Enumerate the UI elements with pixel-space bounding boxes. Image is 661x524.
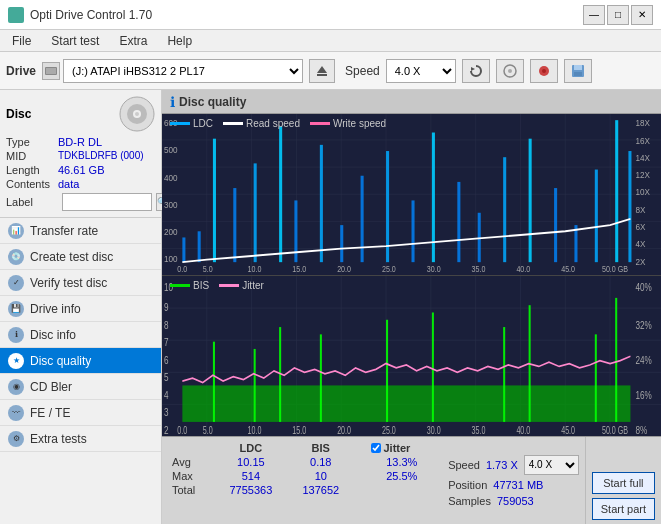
legend-ldc-label: LDC bbox=[193, 118, 213, 129]
record-button[interactable] bbox=[530, 59, 558, 83]
legend-read-speed-label: Read speed bbox=[246, 118, 300, 129]
svg-rect-49 bbox=[213, 139, 216, 262]
disc-type-row: Type BD-R DL bbox=[6, 136, 155, 148]
jitter-checkbox[interactable] bbox=[371, 443, 381, 453]
sidebar-item-disc-info[interactable]: ℹ Disc info bbox=[0, 322, 161, 348]
svg-text:40%: 40% bbox=[636, 280, 652, 293]
avg-jitter: 13.3% bbox=[367, 455, 436, 469]
minimize-button[interactable]: — bbox=[583, 5, 605, 25]
main-content: Disc Type BD-R DL MID TDKBLDRFB (000) Le… bbox=[0, 90, 661, 524]
svg-rect-64 bbox=[554, 188, 557, 262]
stats-panel: LDC BIS Jitter Avg 10.15 0.18 13.3% bbox=[162, 436, 661, 524]
jitter-header: Jitter bbox=[367, 441, 436, 455]
nav-label-fe-te: FE / TE bbox=[30, 406, 70, 420]
nav-label-transfer-rate: Transfer rate bbox=[30, 224, 98, 238]
speed-label: Speed bbox=[448, 459, 480, 471]
speed-select[interactable]: 4.0 X1.0 X2.0 X8.0 X bbox=[524, 455, 579, 475]
svg-text:45.0: 45.0 bbox=[561, 264, 575, 274]
svg-text:50.0 GB: 50.0 GB bbox=[602, 264, 628, 274]
svg-rect-67 bbox=[615, 120, 618, 262]
sidebar-item-cd-bler[interactable]: ◉ CD Bler bbox=[0, 374, 161, 400]
save-button[interactable] bbox=[564, 59, 592, 83]
sidebar-item-disc-quality[interactable]: ★ Disc quality bbox=[0, 348, 161, 374]
eject-button[interactable] bbox=[309, 59, 335, 83]
disc-contents-value: data bbox=[58, 178, 79, 190]
sidebar-item-drive-info[interactable]: 💾 Drive info bbox=[0, 296, 161, 322]
start-part-button[interactable]: Start part bbox=[592, 498, 655, 520]
legend-ldc: LDC bbox=[170, 118, 213, 129]
total-bis: 137652 bbox=[288, 483, 353, 497]
top-legend: LDC Read speed Write speed bbox=[162, 116, 394, 131]
top-chart-svg: 600 500 400 300 200 100 18X 16X 14X 12X … bbox=[162, 114, 661, 275]
svg-rect-11 bbox=[574, 72, 582, 76]
bottom-chart: BIS Jitter bbox=[162, 276, 661, 437]
legend-write-speed: Write speed bbox=[310, 118, 386, 129]
maximize-button[interactable]: □ bbox=[607, 5, 629, 25]
svg-rect-66 bbox=[595, 170, 598, 263]
close-button[interactable]: ✕ bbox=[631, 5, 653, 25]
disc-mid-value: TDKBLDRFB (000) bbox=[58, 150, 144, 161]
svg-point-8 bbox=[542, 69, 546, 73]
position-value: 47731 MB bbox=[493, 479, 543, 491]
start-buttons-section: Start full Start part bbox=[585, 437, 661, 524]
menu-start-test[interactable]: Start test bbox=[43, 32, 107, 50]
max-label: Max bbox=[168, 469, 214, 483]
start-full-button[interactable]: Start full bbox=[592, 472, 655, 494]
sidebar-item-fe-te[interactable]: 〰 FE / TE bbox=[0, 400, 161, 426]
svg-rect-109 bbox=[182, 385, 630, 421]
svg-point-6 bbox=[508, 69, 512, 73]
sidebar-item-extra-tests[interactable]: ⚙ Extra tests bbox=[0, 426, 161, 452]
svg-text:6: 6 bbox=[164, 353, 169, 366]
fe-te-icon: 〰 bbox=[8, 405, 24, 421]
svg-text:20.0: 20.0 bbox=[337, 424, 351, 436]
svg-rect-115 bbox=[432, 312, 434, 421]
bottom-chart-svg: 10 9 8 7 6 5 4 3 2 40% 32% 24% 16% 8% bbox=[162, 276, 661, 437]
title-left: Opti Drive Control 1.70 bbox=[8, 7, 152, 23]
menu-file[interactable]: File bbox=[4, 32, 39, 50]
disc-label-label: Label bbox=[6, 196, 58, 208]
svg-rect-47 bbox=[182, 237, 185, 262]
svg-text:40.0: 40.0 bbox=[516, 424, 530, 436]
avg-label: Avg bbox=[168, 455, 214, 469]
svg-text:14X: 14X bbox=[636, 152, 650, 163]
disc-length-value: 46.61 GB bbox=[58, 164, 104, 176]
chart-title: Disc quality bbox=[179, 95, 246, 109]
svg-text:25.0: 25.0 bbox=[382, 264, 396, 274]
sidebar-item-create-test-disc[interactable]: 💿 Create test disc bbox=[0, 244, 161, 270]
svg-text:8%: 8% bbox=[636, 423, 648, 436]
disc-label-input[interactable] bbox=[62, 193, 152, 211]
position-row: Position 47731 MB bbox=[448, 479, 543, 491]
disc-image bbox=[119, 96, 155, 132]
sidebar-item-transfer-rate[interactable]: 📊 Transfer rate bbox=[0, 218, 161, 244]
max-jitter: 25.5% bbox=[367, 469, 436, 483]
svg-text:8X: 8X bbox=[636, 204, 646, 215]
max-bis: 10 bbox=[288, 469, 353, 483]
refresh-button[interactable] bbox=[462, 59, 490, 83]
disc-contents-label: Contents bbox=[6, 178, 58, 190]
speed-select[interactable]: 4.0 X1.0 X2.0 X8.0 X bbox=[386, 59, 456, 83]
ldc-header: LDC bbox=[214, 441, 288, 455]
sidebar-item-verify-test-disc[interactable]: ✓ Verify test disc bbox=[0, 270, 161, 296]
disc-icon-button[interactable] bbox=[496, 59, 524, 83]
svg-text:18X: 18X bbox=[636, 118, 650, 129]
menu-extra[interactable]: Extra bbox=[111, 32, 155, 50]
svg-rect-63 bbox=[529, 139, 532, 262]
verify-test-icon: ✓ bbox=[8, 275, 24, 291]
svg-text:3: 3 bbox=[164, 405, 169, 418]
disc-section: Disc Type BD-R DL MID TDKBLDRFB (000) Le… bbox=[0, 90, 161, 218]
drive-select[interactable]: (J:) ATAPI iHBS312 2 PL17 bbox=[63, 59, 303, 83]
svg-text:6X: 6X bbox=[636, 221, 646, 232]
drive-info-icon: 💾 bbox=[8, 301, 24, 317]
svg-rect-48 bbox=[198, 231, 201, 262]
menu-help[interactable]: Help bbox=[159, 32, 200, 50]
legend-read-speed-color bbox=[223, 122, 243, 125]
nav-label-create-test: Create test disc bbox=[30, 250, 113, 264]
position-label: Position bbox=[448, 479, 487, 491]
disc-mid-row: MID TDKBLDRFB (000) bbox=[6, 150, 155, 162]
svg-text:100: 100 bbox=[164, 253, 178, 264]
svg-text:300: 300 bbox=[164, 199, 178, 210]
avg-ldc: 10.15 bbox=[214, 455, 288, 469]
toolbar: Drive (J:) ATAPI iHBS312 2 PL17 Speed 4.… bbox=[0, 52, 661, 90]
max-ldc: 514 bbox=[214, 469, 288, 483]
svg-text:12X: 12X bbox=[636, 169, 650, 180]
